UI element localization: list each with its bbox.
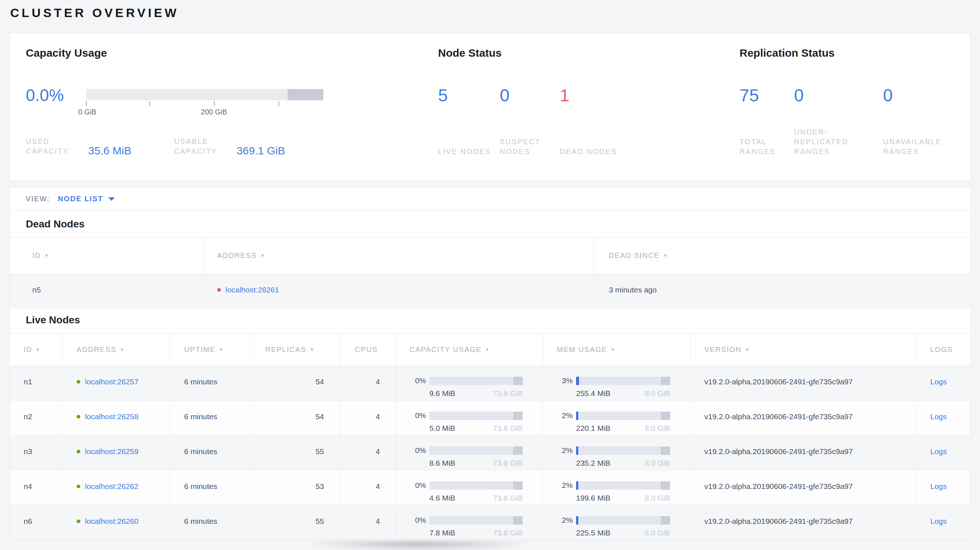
mem-used-value: 199.6 MiB <box>576 493 611 503</box>
version-cell: v19.2.0-alpha.20190606-2491-gfe735c9a97 <box>690 401 917 435</box>
capacity-axis-labels: 0 GiB 200 GiB <box>86 108 323 117</box>
node-status-metrics: 5 LIVE NODES 0 SUSPECT NODES 1 DEAD NODE… <box>438 86 620 157</box>
capacity-used-value: 5.0 MiB <box>430 424 455 433</box>
version-cell: v19.2.0-alpha.20190606-2491-gfe735c9a97 <box>690 471 917 505</box>
logs-link[interactable]: Logs <box>930 412 947 421</box>
sort-arrow-icon: ▼ <box>44 253 50 258</box>
live-nodes-label: LIVE NODES <box>438 147 491 157</box>
capacity-mini-bar <box>430 377 523 385</box>
column-label: CAPACITY USAGE <box>409 345 482 354</box>
cpus-cell: 4 <box>340 505 396 540</box>
axis-label-200gib: 200 GiB <box>201 108 227 116</box>
node-address-cell: localhost:26262 <box>62 471 170 505</box>
capacity-usage-cell: 0% 7.8 MiB 73.8 GiB <box>396 505 543 540</box>
live-node-row: n2 localhost:26258 6 minutes 54 4 0% <box>10 401 970 436</box>
node-address-link[interactable]: localhost:26257 <box>85 377 138 386</box>
capacity-bar-reserved-segment <box>513 516 523 525</box>
mem-percent-label: 2% <box>547 446 573 455</box>
col-header-capacity-usage[interactable]: CAPACITY USAGE ▼ <box>396 334 543 366</box>
logs-link[interactable]: Logs <box>930 447 947 456</box>
col-header-uptime[interactable]: UPTIME ▼ <box>170 334 251 366</box>
unavailable-count: 0 <box>883 86 961 105</box>
col-header-id[interactable]: ID ▼ <box>10 334 62 366</box>
dead-col-header-dead-since[interactable]: DEAD SINCE ▼ <box>594 238 970 273</box>
under-replicated-ranges-metric: 0 UNDER-REPLICATED RANGES <box>794 86 883 157</box>
col-header-version[interactable]: VERSION ▼ <box>690 334 917 366</box>
dead-col-header-address[interactable]: ADDRESS ▼ <box>204 238 594 273</box>
version-cell: v19.2.0-alpha.20190606-2491-gfe735c9a97 <box>690 505 917 540</box>
logs-link[interactable]: Logs <box>930 517 947 526</box>
node-status-title: Node Status <box>438 47 502 59</box>
capacity-mini-bar <box>430 412 523 420</box>
logs-link[interactable]: Logs <box>930 482 947 491</box>
node-id-cell: n4 <box>10 471 62 505</box>
used-capacity-value: 35.6 MiB <box>88 145 131 157</box>
capacity-gauge: 0.0% 0 GiB 200 GiB <box>26 86 418 117</box>
node-address-link[interactable]: localhost:26258 <box>85 412 138 421</box>
view-selector-dropdown[interactable]: NODE LIST <box>58 195 115 203</box>
capacity-bar: 0 GiB 200 GiB <box>86 86 323 117</box>
logs-cell: Logs <box>917 505 970 540</box>
mem-bar-reserved-segment <box>661 447 670 455</box>
mem-bar-fill <box>576 481 578 490</box>
live-node-row: n4 localhost:26262 6 minutes 53 4 0% <box>10 471 970 505</box>
capacity-usage-cell: 0% 5.0 MiB 73.8 GiB <box>396 401 543 435</box>
cpus-cell: 4 <box>340 471 396 505</box>
bottom-edge-shadow <box>283 541 603 550</box>
usable-capacity-label: USABLE CAPACITY <box>174 137 237 156</box>
suspect-nodes-metric: 0 SUSPECT NODES <box>500 86 560 157</box>
used-capacity-stat: USED CAPACITY 35.6 MiB <box>26 137 131 156</box>
replicas-cell: 54 <box>251 401 340 435</box>
column-label: ADDRESS <box>217 251 257 260</box>
mem-total-value: 8.0 GiB <box>645 424 670 433</box>
col-header-replicas[interactable]: REPLICAS ▼ <box>251 334 340 366</box>
node-address-link[interactable]: localhost:26259 <box>85 447 138 456</box>
uptime-cell: 6 minutes <box>170 401 251 435</box>
used-capacity-label: USED CAPACITY <box>26 137 88 156</box>
capacity-bar-nonusable-segment <box>288 89 323 100</box>
sort-arrow-icon: ▼ <box>745 347 751 352</box>
mem-used-value: 235.2 MiB <box>576 458 611 468</box>
col-header-mem-usage[interactable]: MEM USAGE ▼ <box>543 334 690 366</box>
live-node-row: n6 localhost:26260 6 minutes 55 4 0% <box>10 505 970 540</box>
capacity-percent: 0.0% <box>26 86 86 117</box>
axis-label-0gib: 0 GiB <box>78 108 96 116</box>
column-label: ADDRESS <box>76 345 116 354</box>
mem-bar-reserved-segment <box>661 481 670 490</box>
capacity-usage-cell: 0% 4.6 MiB 73.8 GiB <box>396 471 543 505</box>
logs-link[interactable]: Logs <box>930 377 947 386</box>
mem-total-value: 8.0 GiB <box>645 493 670 503</box>
axis-tick <box>278 101 279 106</box>
live-nodes-header-row: ID ▼ ADDRESS ▼ UPTIME ▼ REPLICAS ▼ CPUS <box>10 333 970 366</box>
cluster-overview-page: CLUSTER OVERVIEW Capacity Usage 0.0% <box>0 0 980 550</box>
col-header-cpus[interactable]: CPUS <box>340 334 396 366</box>
view-selector-value: NODE LIST <box>58 195 103 203</box>
total-ranges-label: TOTAL RANGES <box>740 137 787 157</box>
usable-capacity-stat: USABLE CAPACITY 369.1 GiB <box>174 137 285 156</box>
column-label: LOGS <box>930 345 953 354</box>
under-replicated-count: 0 <box>794 86 883 105</box>
live-nodes-table: ID ▼ ADDRESS ▼ UPTIME ▼ REPLICAS ▼ CPUS <box>10 333 970 540</box>
capacity-percent-label: 0% <box>400 376 426 385</box>
column-label: ID <box>32 251 41 260</box>
logs-cell: Logs <box>917 366 970 401</box>
cpus-cell: 4 <box>340 436 396 470</box>
dead-nodes-label: DEAD NODES <box>560 147 617 157</box>
dead-col-header-id[interactable]: ID ▼ <box>10 238 204 273</box>
sort-arrow-icon: ▼ <box>260 253 266 258</box>
node-address-link[interactable]: localhost:26261 <box>226 285 279 295</box>
mem-mini-bar <box>576 377 670 385</box>
version-cell: v19.2.0-alpha.20190606-2491-gfe735c9a97 <box>690 366 917 401</box>
capacity-percent-label: 0% <box>400 446 426 455</box>
col-header-address[interactable]: ADDRESS ▼ <box>62 334 170 366</box>
node-address-link[interactable]: localhost:26260 <box>85 517 138 526</box>
dead-node-row: n5 localhost:26261 3 minutes ago <box>10 274 970 308</box>
mem-total-value: 8.0 GiB <box>645 389 670 398</box>
suspect-nodes-label: SUSPECT NODES <box>500 137 560 157</box>
chevron-down-icon <box>108 197 115 201</box>
total-ranges-count: 75 <box>740 86 794 105</box>
capacity-usage-section: Capacity Usage 0.0% 0 GiB <box>26 33 418 180</box>
capacity-bar-reserved-segment <box>513 447 523 455</box>
mem-bar-fill <box>576 447 578 455</box>
node-address-link[interactable]: localhost:26262 <box>85 482 138 491</box>
